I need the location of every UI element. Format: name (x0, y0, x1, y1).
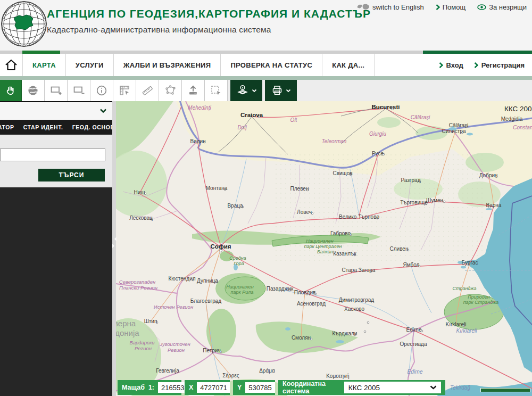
chevron-right-icon (474, 62, 478, 68)
sidebar-tabbar: ИДЕНТИФИКАТОР СТАР ИДЕНТ. ГЕОД. ОСНОВА (0, 120, 112, 135)
world-extent-button[interactable] (22, 80, 45, 101)
search-input[interactable] (0, 148, 105, 161)
map-label: Стара Загора (342, 267, 376, 273)
map-label: Смолян (292, 335, 311, 341)
chevron-down-icon (252, 89, 257, 93)
search-button[interactable]: ТЪРСИ (38, 169, 105, 182)
measure-scale-button[interactable] (113, 80, 136, 101)
zoom-in-box-button[interactable] (45, 80, 68, 101)
map-label: Bucuresti (371, 104, 400, 110)
globe-icon (27, 84, 39, 97)
map-label: Гевгелија (156, 368, 179, 374)
y-coordinate-input[interactable] (245, 382, 275, 393)
measure-distance-button[interactable] (136, 80, 159, 101)
print-dropdown-button[interactable] (265, 80, 297, 101)
login-link[interactable]: Вход (439, 61, 463, 69)
scale-ruler-icon (118, 84, 131, 97)
sidebar-dropdown-header[interactable] (0, 102, 112, 120)
x-label: X (189, 384, 193, 391)
map-label: Велико Търново (339, 214, 379, 220)
map-label: Југоисточен (159, 341, 190, 347)
y-coordinate-segment: Y (233, 380, 275, 395)
y-label: Y (237, 384, 242, 391)
agency-title: АГЕНЦИЯ ПО ГЕОДЕЗИЯ,КАРТОГРАФИЯ И КАДАСТ… (47, 7, 371, 20)
map-label: Kırklareli (446, 321, 467, 327)
select-region-button[interactable] (205, 80, 228, 101)
tab-kak-da[interactable]: КАК ДА... (322, 54, 375, 76)
measure-area-button[interactable] (159, 80, 182, 101)
identify-tool-button[interactable] (90, 80, 113, 101)
register-link[interactable]: Регистрация (474, 61, 525, 69)
tab-proverka-status[interactable]: ПРОВЕРКА НА СТАТУС (221, 54, 322, 76)
sidebar-tab-geod-osnova[interactable]: ГЕОД. ОСНОВА (72, 124, 112, 130)
chevron-down-icon (286, 89, 291, 93)
map-label: Edirne (408, 369, 423, 375)
map-label: Странджа (452, 286, 476, 291)
map-label: Kırklareli (456, 328, 478, 334)
map-label: Δράμα (259, 368, 275, 374)
layers-dropdown-button[interactable] (230, 80, 262, 101)
map-label: парк Централен (304, 244, 342, 249)
system-subtitle: Кадастрално-административна информационн… (47, 25, 371, 35)
map-label: Казанлък (333, 251, 356, 257)
map-label: Olt (290, 117, 298, 123)
map-canvas[interactable]: София Видин Монтана Враца Плевен Ловеч В… (112, 101, 532, 396)
sidebar-gutter[interactable] (112, 101, 116, 396)
tab-zhalbi[interactable]: ЖАЛБИ И ВЪЗРАЖЕНИЯ (114, 54, 221, 76)
chevron-down-icon (99, 109, 107, 113)
map-label: Дупница (197, 278, 218, 284)
map-crs-overlay: ККС 2005 (504, 105, 532, 113)
map-label: Регион (168, 347, 185, 353)
map-label: Русе (372, 151, 384, 156)
sidebar-search-area: ТЪРСИ (0, 135, 112, 187)
zoom-out-box-button[interactable] (68, 80, 90, 101)
crs-segment: Координатна система ККС 2005 (278, 380, 445, 395)
agkk-globe-logo (0, 1, 49, 50)
expand-right-arrow[interactable] (112, 244, 117, 248)
map-label: Видин (190, 138, 205, 144)
sidebar-tab-star-ident[interactable]: СТАР ИДЕНТ. (23, 124, 63, 130)
upload-data-button[interactable] (182, 80, 205, 101)
printer-icon (271, 84, 284, 97)
map-label: Асеновград (297, 301, 326, 307)
crs-selected-value: ККС 2005 (348, 384, 380, 392)
map-label: Враца (227, 203, 243, 209)
map-label: Dolj (237, 125, 247, 130)
home-button[interactable] (0, 54, 23, 76)
chevron-down-icon (430, 385, 437, 390)
map-label: Κομοτηνή (326, 373, 349, 379)
tab-uslugi[interactable]: УСЛУГИ (66, 54, 114, 76)
chevron-right-icon (439, 62, 443, 68)
map-label: Teleorman (322, 138, 347, 144)
map-label: Кърджали (332, 331, 358, 336)
map-label: Штип (144, 318, 157, 324)
map-label: Гора (234, 261, 244, 266)
home-icon (4, 59, 18, 71)
crs-select[interactable]: ККС 2005 (344, 382, 441, 393)
map-label: Ниш (134, 189, 145, 195)
sidebar-tab-identifikator[interactable]: ИДЕНТИФИКАТОР (0, 124, 14, 130)
accessibility-link[interactable]: За незрящи (477, 3, 527, 11)
crs-label: Координатна система (282, 380, 340, 395)
scale-label: Мащаб (122, 384, 145, 391)
map-label: Ловеч (297, 209, 312, 215)
search-sidebar: ИДЕНТИФИКАТОР СТАР ИДЕНТ. ГЕОД. ОСНОВА Т… (0, 101, 112, 396)
map-label: Национален (226, 284, 254, 290)
collapse-left-arrow[interactable] (112, 237, 117, 241)
map-label: парк Рила (231, 290, 254, 295)
map-label: Edirne (406, 327, 422, 333)
switch-language-link[interactable]: switch to English (357, 3, 424, 11)
map-label: София (210, 243, 231, 250)
nav-spacer (375, 54, 438, 76)
map-label: Călărași (449, 122, 469, 128)
x-coordinate-input[interactable] (197, 382, 230, 393)
help-link[interactable]: Помощ (436, 3, 466, 11)
map-label: Димитровград (339, 297, 375, 303)
pan-tool-button[interactable] (0, 80, 22, 101)
map-label: Пловдив (294, 290, 316, 295)
main-nav: КАРТА УСЛУГИ ЖАЛБИ И ВЪЗРАЖЕНИЯ ПРОВЕРКА… (0, 54, 532, 76)
map-label: Силистра (442, 128, 466, 134)
hand-icon (4, 84, 17, 97)
tab-karta[interactable]: КАРТА (23, 54, 66, 76)
map-label: Свищов (332, 170, 352, 176)
